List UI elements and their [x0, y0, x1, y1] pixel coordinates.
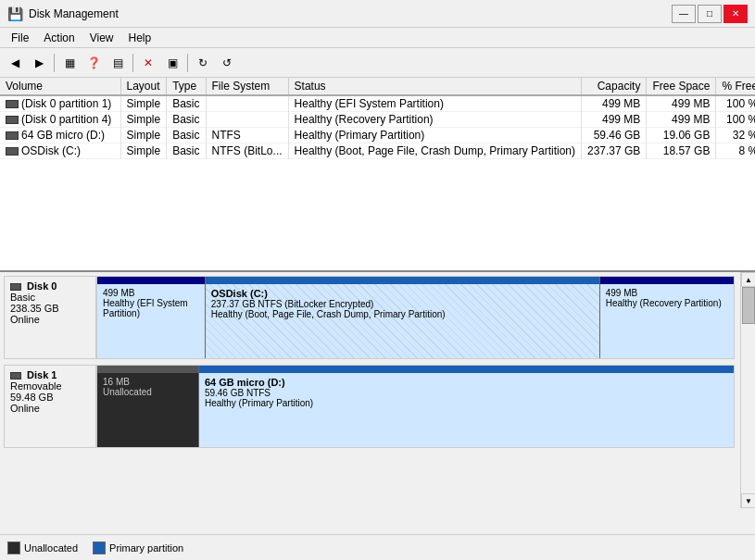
- cell-type: Basic: [167, 128, 206, 143]
- partition-0-0[interactable]: 499 MBHealthy (EFI System Partition): [97, 277, 206, 358]
- disk-type: Removable: [10, 380, 90, 392]
- legend-primary-box: [93, 541, 106, 554]
- disk-partitions-1: 16 MBUnallocated64 GB micro (D:)59.46 GB…: [96, 365, 735, 448]
- window-controls: — □ ✕: [672, 5, 748, 23]
- back-button[interactable]: ◀: [4, 52, 26, 74]
- partition-size: 59.46 GB NTFS: [205, 388, 728, 398]
- menu-view[interactable]: View: [82, 30, 121, 46]
- partition-header-bar: [600, 277, 734, 284]
- cell-freespace: 499 MB: [647, 95, 716, 112]
- app-icon: 💾: [7, 6, 23, 21]
- close-button[interactable]: ✕: [724, 5, 748, 23]
- partition-0-2[interactable]: 499 MBHealthy (Recovery Partition): [600, 277, 734, 358]
- partition-1-0[interactable]: 16 MBUnallocated: [97, 366, 199, 447]
- cell-status: Healthy (Primary Partition): [288, 128, 581, 143]
- table-row[interactable]: OSDisk (C:) Simple Basic NTFS (BitLo... …: [0, 143, 755, 159]
- format-button[interactable]: ▣: [161, 52, 183, 74]
- toolbar: ◀ ▶ ▦ ❓ ▤ ✕ ▣ ↻ ↺: [0, 48, 755, 78]
- volume-table-area[interactable]: Volume Layout Type File System Status Ca…: [0, 78, 755, 272]
- legend-unallocated: Unallocated: [7, 541, 78, 554]
- menu-bar: File Action View Help: [0, 28, 755, 48]
- partition-description: Healthy (Recovery Partition): [606, 298, 728, 308]
- scroll-thumb[interactable]: [742, 287, 755, 324]
- refresh-button[interactable]: ↻: [192, 52, 214, 74]
- cell-volume: OSDisk (C:): [0, 143, 120, 159]
- disk-status: Online: [10, 403, 90, 414]
- scroll-down-button[interactable]: ▼: [741, 493, 755, 508]
- rescan-button[interactable]: ↺: [216, 52, 238, 74]
- cell-type: Basic: [167, 112, 206, 128]
- legend-primary-label: Primary partition: [109, 542, 183, 554]
- partition-header-bar: [206, 277, 599, 284]
- cell-percentfree: 8 %: [716, 143, 755, 159]
- col-header-volume[interactable]: Volume: [0, 78, 120, 95]
- disk-partitions-0: 499 MBHealthy (EFI System Partition)OSDi…: [96, 276, 735, 359]
- partition-0-1[interactable]: OSDisk (C:)237.37 GB NTFS (BitLocker Enc…: [206, 277, 600, 358]
- partition-label: OSDisk (C:): [211, 288, 594, 299]
- partition-description: Healthy (Primary Partition): [205, 398, 728, 408]
- cell-status: Healthy (Boot, Page File, Crash Dump, Pr…: [288, 143, 581, 159]
- disk-row: Disk 1 Removable 59.48 GB Online 16 MBUn…: [4, 365, 751, 448]
- disk-type: Basic: [10, 292, 90, 303]
- col-header-freespace[interactable]: Free Space: [647, 78, 716, 95]
- cell-percentfree: 100 %: [716, 112, 755, 128]
- partition-header-bar: [97, 366, 198, 373]
- cell-layout: Simple: [120, 112, 167, 128]
- menu-action[interactable]: Action: [36, 30, 82, 46]
- cell-status: Healthy (Recovery Partition): [288, 112, 581, 128]
- disk-name: Disk 1: [10, 369, 90, 380]
- partition-1-1[interactable]: 64 GB micro (D:)59.46 GB NTFSHealthy (Pr…: [199, 366, 734, 447]
- col-header-layout[interactable]: Layout: [120, 78, 167, 95]
- partition-label: 64 GB micro (D:): [205, 377, 728, 388]
- disk-label-1: Disk 1 Removable 59.48 GB Online: [4, 365, 96, 448]
- col-header-percentfree[interactable]: % Free: [716, 78, 755, 95]
- separator-3: [187, 54, 188, 72]
- window-title: Disk Management: [29, 7, 672, 20]
- menu-file[interactable]: File: [4, 30, 36, 46]
- scrollbar-track: ▲ ▼: [740, 272, 755, 508]
- col-header-type[interactable]: Type: [167, 78, 206, 95]
- partition-size: 499 MB: [606, 288, 728, 298]
- legend-unallocated-label: Unallocated: [24, 542, 78, 554]
- cell-freespace: 18.57 GB: [647, 143, 716, 159]
- properties-button[interactable]: ▤: [107, 52, 129, 74]
- separator-1: [54, 54, 55, 72]
- partition-header-bar: [199, 366, 734, 373]
- cell-filesystem: [206, 112, 288, 128]
- cell-capacity: 59.46 GB: [582, 128, 647, 143]
- forward-button[interactable]: ▶: [28, 52, 50, 74]
- disk-size: 238.35 GB: [10, 303, 90, 314]
- legend-bar: Unallocated Primary partition: [0, 534, 755, 560]
- col-header-capacity[interactable]: Capacity: [582, 78, 647, 95]
- disk-name: Disk 0: [10, 280, 90, 292]
- scroll-up-button[interactable]: ▲: [741, 272, 755, 287]
- minimize-button[interactable]: —: [672, 5, 696, 23]
- col-header-status[interactable]: Status: [288, 78, 581, 95]
- cell-type: Basic: [167, 143, 206, 159]
- maximize-button[interactable]: □: [698, 5, 722, 23]
- cell-layout: Simple: [120, 95, 167, 112]
- col-header-filesystem[interactable]: File System: [206, 78, 288, 95]
- cell-volume: (Disk 0 partition 1): [0, 95, 120, 112]
- grid-button[interactable]: ▦: [58, 52, 81, 74]
- table-row[interactable]: 64 GB micro (D:) Simple Basic NTFS Healt…: [0, 128, 755, 143]
- title-bar: 💾 Disk Management — □ ✕: [0, 0, 755, 28]
- delete-button[interactable]: ✕: [137, 52, 159, 74]
- partition-size: 499 MB: [103, 288, 199, 298]
- table-row[interactable]: (Disk 0 partition 4) Simple Basic Health…: [0, 112, 755, 128]
- cell-capacity: 499 MB: [582, 95, 647, 112]
- legend-unallocated-box: [7, 541, 20, 554]
- cell-capacity: 499 MB: [582, 112, 647, 128]
- partition-description: Healthy (EFI System Partition): [103, 298, 199, 318]
- partition-description: Unallocated: [103, 387, 193, 397]
- table-row[interactable]: (Disk 0 partition 1) Simple Basic Health…: [0, 95, 755, 112]
- legend-primary: Primary partition: [93, 541, 183, 554]
- menu-help[interactable]: Help: [121, 30, 159, 46]
- cell-volume: (Disk 0 partition 4): [0, 112, 120, 128]
- main-content: Volume Layout Type File System Status Ca…: [0, 78, 755, 560]
- cell-status: Healthy (EFI System Partition): [288, 95, 581, 112]
- cell-filesystem: NTFS: [206, 128, 288, 143]
- disk-size: 59.48 GB: [10, 392, 90, 403]
- cell-filesystem: NTFS (BitLo...: [206, 143, 288, 159]
- help-button[interactable]: ❓: [82, 52, 105, 74]
